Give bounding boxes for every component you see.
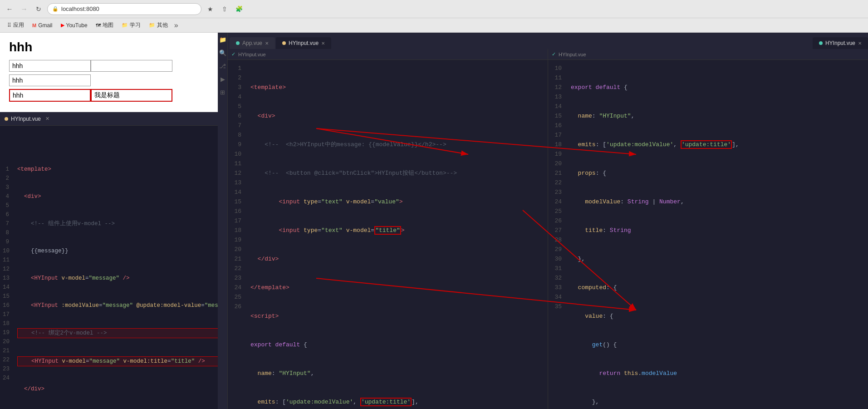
sidebar-icon-extensions[interactable]: ⊞ bbox=[220, 89, 225, 96]
editors-split: ✓ HYInput.vue 12345678910111213141516171… bbox=[228, 49, 868, 409]
forward-button[interactable]: → bbox=[18, 3, 30, 15]
sidebar-icon-explorer[interactable]: 📁 bbox=[219, 36, 226, 43]
code-line-highlight: <HYInput v-model="message" v-model:title… bbox=[17, 356, 218, 366]
reload-button[interactable]: ↻ bbox=[33, 3, 44, 15]
line-nums-left: 1234567891011121314151617181920212223242… bbox=[228, 60, 245, 409]
hyinput-left-close[interactable]: ✕ bbox=[321, 41, 325, 46]
address-bar[interactable]: 🔒 localhost:8080 bbox=[47, 3, 201, 15]
bookmark-maps[interactable]: 🗺 地图 bbox=[92, 20, 117, 30]
code-line-highlight-bg: <!-- 绑定2个v-model --> bbox=[17, 328, 218, 338]
hyinput-left-label: HYInput.vue bbox=[289, 40, 319, 46]
code-line: {{message}} bbox=[17, 246, 218, 256]
lock-icon: 🔒 bbox=[52, 6, 59, 12]
bookmark-study[interactable]: 📁 学习 bbox=[118, 20, 144, 30]
tab-hyinput-left[interactable]: HYInput.vue ✕ bbox=[276, 37, 331, 49]
sidebar-icon-git[interactable]: ⎇ bbox=[219, 63, 226, 69]
input-row-2 bbox=[9, 74, 209, 86]
url-text: localhost:8080 bbox=[61, 5, 99, 12]
back-button[interactable]: ← bbox=[4, 3, 15, 15]
editor-left-code: 1234567891011121314151617181920212223242… bbox=[228, 60, 548, 409]
gmail-label: Gmail bbox=[38, 22, 52, 29]
left-tab-close[interactable]: ✕ bbox=[45, 116, 49, 122]
tab-hyinput-right[interactable]: HYInput.vue ✕ bbox=[813, 37, 868, 49]
youtube-label: YouTube bbox=[66, 22, 88, 29]
editor-area: App.vue ✕ HYInput.vue ✕ HYInput.vue ✕ bbox=[228, 33, 868, 409]
hyinput-right-label: HYInput.vue bbox=[825, 40, 855, 46]
other-icon: 📁 bbox=[149, 22, 155, 28]
bookmark-button[interactable]: ★ bbox=[204, 3, 216, 15]
sidebar-icon-run[interactable]: ▶ bbox=[221, 76, 225, 83]
maps-label: 地图 bbox=[103, 21, 113, 29]
left-tab-dot bbox=[5, 117, 8, 121]
left-tab-label: HYInput.vue bbox=[11, 116, 41, 122]
left-panel-tab[interactable]: HYInput.vue ✕ bbox=[0, 112, 218, 126]
check-icon-left: ✓ bbox=[231, 51, 235, 57]
check-icon-right: ✓ bbox=[552, 51, 556, 57]
code-line: </div> bbox=[17, 384, 218, 394]
hyinput-right-close[interactable]: ✕ bbox=[858, 41, 862, 46]
left-code-lines: <template> <div> <!-- 组件上使用v-model --> {… bbox=[14, 147, 218, 409]
study-icon: 📁 bbox=[122, 22, 128, 28]
input-message-3[interactable] bbox=[9, 89, 91, 102]
tab-appvue[interactable]: App.vue ✕ bbox=[230, 37, 275, 49]
input-title-3[interactable] bbox=[91, 89, 172, 102]
input-row-1 bbox=[9, 60, 209, 72]
editor-tabs-row: App.vue ✕ HYInput.vue ✕ HYInput.vue ✕ bbox=[228, 33, 868, 49]
main-layout: hhh HYInput.vue ✕ 1 bbox=[0, 33, 868, 409]
code-line: <div> bbox=[17, 192, 218, 201]
youtube-icon: ▶ bbox=[61, 22, 64, 28]
header-path-right: HYInput.vue bbox=[559, 52, 586, 57]
hyinput-right-dot bbox=[819, 41, 823, 45]
extensions-icon[interactable]: 🧩 bbox=[233, 3, 245, 15]
bookmark-apps[interactable]: ⠿ 应用 bbox=[4, 20, 28, 30]
sidebar-icon-search[interactable]: 🔍 bbox=[219, 49, 226, 56]
appvue-label: App.vue bbox=[242, 40, 262, 46]
editor-left-header: ✓ HYInput.vue bbox=[228, 49, 548, 60]
code-line: <template> bbox=[17, 165, 218, 174]
apps-label: 应用 bbox=[13, 21, 24, 29]
preview-title: hhh bbox=[9, 40, 209, 54]
input-title-1[interactable] bbox=[91, 60, 172, 72]
code-lines-right: export default { name: "HYInput", emits:… bbox=[565, 60, 868, 409]
editor-pane-right: ✓ HYInput.vue 10111213141516171819202122… bbox=[548, 49, 868, 409]
left-code-panel: HYInput.vue ✕ 12345678910111213141516171… bbox=[0, 112, 218, 409]
code-lines-left: <template> <div> <!-- <h2>HYInput中的messa… bbox=[245, 60, 548, 409]
appvue-dot bbox=[236, 41, 240, 45]
appvue-close[interactable]: ✕ bbox=[265, 41, 269, 46]
bookmark-other[interactable]: 📁 其他 bbox=[145, 20, 172, 30]
editor-right-code: 1011121314151617181920212223242526272829… bbox=[548, 60, 868, 409]
line-nums-right: 1011121314151617181920212223242526272829… bbox=[548, 60, 565, 409]
left-line-numbers: 123456789101112131415161718192021222324 bbox=[0, 147, 14, 409]
code-line: <HYInput :modelValue="message" @update:m… bbox=[17, 301, 218, 310]
study-label: 学习 bbox=[130, 21, 141, 29]
bookmark-youtube[interactable]: ▶ YouTube bbox=[57, 21, 91, 30]
bookmarks-bar: ⠿ 应用 M Gmail ▶ YouTube 🗺 地图 📁 学习 📁 其他 » bbox=[0, 18, 868, 33]
left-code-content: 123456789101112131415161718192021222324 … bbox=[0, 126, 218, 409]
code-line: <HYInput v-model="message" /> bbox=[17, 274, 218, 283]
editor-sidebar: 📁 🔍 ⎇ ▶ ⊞ bbox=[218, 33, 228, 409]
input-row-3 bbox=[9, 89, 209, 102]
editor-pane-left: ✓ HYInput.vue 12345678910111213141516171… bbox=[228, 49, 548, 409]
other-label: 其他 bbox=[157, 21, 168, 29]
apps-icon: ⠿ bbox=[7, 22, 11, 29]
input-message-2[interactable] bbox=[9, 74, 91, 86]
bookmark-gmail[interactable]: M Gmail bbox=[29, 21, 56, 30]
input-message-1[interactable] bbox=[9, 60, 91, 72]
code-line: <!-- 组件上使用v-model --> bbox=[17, 219, 218, 228]
share-icon[interactable]: ⇧ bbox=[219, 3, 230, 15]
browser-preview: hhh bbox=[0, 33, 218, 112]
editor-right-header: ✓ HYInput.vue bbox=[548, 49, 868, 60]
hyinput-left-dot bbox=[282, 41, 286, 45]
header-path-left: HYInput.vue bbox=[238, 52, 266, 57]
left-section: hhh HYInput.vue ✕ 1 bbox=[0, 33, 218, 409]
browser-chrome: ← → ↻ 🔒 localhost:8080 ★ ⇧ 🧩 bbox=[0, 0, 868, 18]
gmail-icon: M bbox=[32, 23, 36, 28]
more-bookmarks[interactable]: » bbox=[174, 21, 178, 30]
maps-icon: 🗺 bbox=[96, 23, 101, 28]
